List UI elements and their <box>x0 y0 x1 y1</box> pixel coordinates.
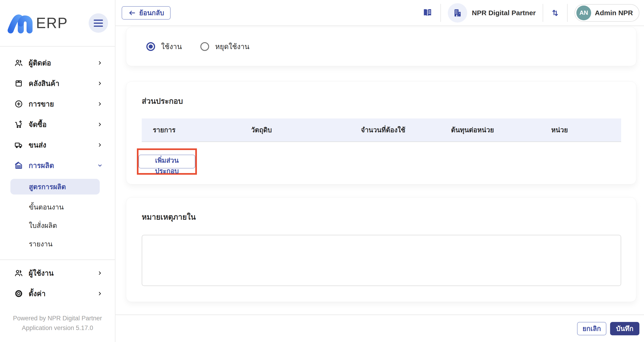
logo-row: ERP <box>0 0 115 46</box>
app-version-text: Application version 5.17.0 <box>0 323 115 333</box>
components-card: ส่วนประกอบ รายการ วัตถุดิบ จำนวนที่ต้องใ… <box>126 81 636 184</box>
radio-inactive-unselected[interactable] <box>200 42 209 51</box>
sidebar-item-production[interactable]: การผลิต <box>0 155 115 175</box>
user-menu[interactable]: AN Admin NPR <box>574 4 640 22</box>
topbar-divider <box>440 4 441 22</box>
internal-notes-card: หมายเหตุภายใน <box>126 197 636 302</box>
chevron-right-icon <box>97 60 103 66</box>
chevron-right-icon <box>97 270 103 276</box>
building-icon <box>448 3 467 22</box>
topbar-divider <box>543 4 543 22</box>
internal-notes-textarea[interactable] <box>142 235 621 286</box>
sales-icon <box>14 99 24 109</box>
contacts-icon <box>14 58 24 68</box>
app-version-footer: Powered by NPR Digital Partner Applicati… <box>0 314 115 333</box>
radio-inactive-label[interactable]: หยุดใช้งาน <box>215 41 250 52</box>
sidebar-item-users[interactable]: ผู้ใช้งาน <box>0 263 115 283</box>
save-button[interactable]: บันทึก <box>610 322 640 335</box>
chevron-right-icon <box>97 80 103 86</box>
powered-by-text: Powered by NPR Digital Partner <box>0 314 115 323</box>
sidebar-item-label: คลังสินค้า <box>28 78 97 89</box>
transfer-arrows-icon[interactable] <box>550 7 560 18</box>
radio-active-selected[interactable] <box>146 42 155 51</box>
sidebar-item-sales[interactable]: การขาย <box>0 94 115 114</box>
app-logo-text: ERP <box>36 14 89 31</box>
topbar-divider <box>567 4 568 22</box>
chevron-down-icon <box>97 163 103 169</box>
sidebar-item-inventory[interactable]: คลังสินค้า <box>0 73 115 94</box>
sidebar-item-label: ผู้ติดต่อ <box>28 57 97 69</box>
avatar: AN <box>576 5 591 20</box>
back-button-label: ย้อนกลับ <box>139 7 164 18</box>
sidebar-item-shipping[interactable]: ขนส่ง <box>0 135 115 155</box>
add-component-button[interactable]: เพิ่มส่วนประกอบ <box>138 155 195 169</box>
chevron-right-icon <box>97 101 103 107</box>
purchase-icon <box>14 120 24 129</box>
chevron-right-icon <box>97 122 103 128</box>
column-header-unit: หน่วย <box>540 125 621 135</box>
topbar: ย้อนกลับ NPR Digital Partner <box>116 0 644 26</box>
sidebar-item-label: จัดซื้อ <box>28 119 97 130</box>
chevron-right-icon <box>97 291 103 297</box>
status-radio-group: ใช้งาน หยุดใช้งาน <box>146 41 250 52</box>
sidebar-item-settings[interactable]: ตั้งค่า <box>0 283 115 304</box>
sidebar-subitem-reports[interactable]: รายงาน <box>0 235 115 253</box>
user-name: Admin NPR <box>595 9 633 17</box>
gear-icon <box>14 289 24 299</box>
status-card: ใช้งาน หยุดใช้งาน <box>126 27 636 66</box>
radio-active-label[interactable]: ใช้งาน <box>161 41 182 52</box>
sidebar-item-label: การขาย <box>28 98 97 110</box>
column-header-raw-material: วัตถุดิบ <box>240 125 350 135</box>
production-icon <box>14 161 24 170</box>
shipping-icon <box>14 140 24 150</box>
arrow-left-icon <box>128 9 136 17</box>
cancel-button[interactable]: ยกเลิก <box>577 322 606 335</box>
sidebar-nav: ผู้ติดต่อ คลังสินค้า การขาย <box>0 46 115 304</box>
sidebar-item-label: ผู้ใช้งาน <box>28 267 97 279</box>
components-section-title: ส่วนประกอบ <box>126 82 636 107</box>
company-selector[interactable]: NPR Digital Partner <box>448 3 536 22</box>
app-logo-icon <box>7 12 34 34</box>
sidebar-subitem-production-order[interactable]: ใบสั่งผลิต <box>0 216 115 235</box>
sidebar-item-purchasing[interactable]: จัดซื้อ <box>0 114 115 135</box>
components-table-header: รายการ วัตถุดิบ จำนวนที่ต้องใช้ ต้นทุนต่… <box>142 119 621 142</box>
sidebar-subitem-production-formula[interactable]: สูตรการผลิต <box>10 179 100 194</box>
sidebar: ERP ผู้ติดต่อ คลังสินค้า <box>0 0 116 342</box>
production-submenu: สูตรการผลิต ขั้นตอนงาน ใบสั่งผลิต รายงาน <box>0 175 115 256</box>
column-header-quantity-required: จำนวนที่ต้องใช้ <box>350 125 440 135</box>
book-icon[interactable] <box>422 7 434 18</box>
sidebar-subitem-work-steps[interactable]: ขั้นตอนงาน <box>0 198 115 216</box>
chevron-right-icon <box>97 142 103 148</box>
column-header-item: รายการ <box>142 125 240 135</box>
sidebar-item-label: การผลิต <box>28 160 97 171</box>
highlight-annotation-box: เพิ่มส่วนประกอบ <box>137 149 197 175</box>
sidebar-item-contacts[interactable]: ผู้ติดต่อ <box>0 52 115 73</box>
hamburger-menu-button[interactable] <box>89 13 108 33</box>
footer-action-bar: ยกเลิก บันทึก <box>116 315 644 342</box>
back-button[interactable]: ย้อนกลับ <box>122 6 170 19</box>
sidebar-divider <box>0 260 115 260</box>
sidebar-item-label: ตั้งค่า <box>28 288 97 299</box>
sidebar-item-label: ขนส่ง <box>28 139 97 151</box>
users-icon <box>14 268 24 278</box>
inventory-icon <box>14 79 24 88</box>
company-name: NPR Digital Partner <box>472 9 536 17</box>
internal-notes-title: หมายเหตุภายใน <box>126 197 636 223</box>
column-header-cost-per-unit: ต้นทุนต่อหน่วย <box>440 125 540 135</box>
main-content: ใช้งาน หยุดใช้งาน ส่วนประกอบ รายการ วัตถ… <box>116 26 644 315</box>
